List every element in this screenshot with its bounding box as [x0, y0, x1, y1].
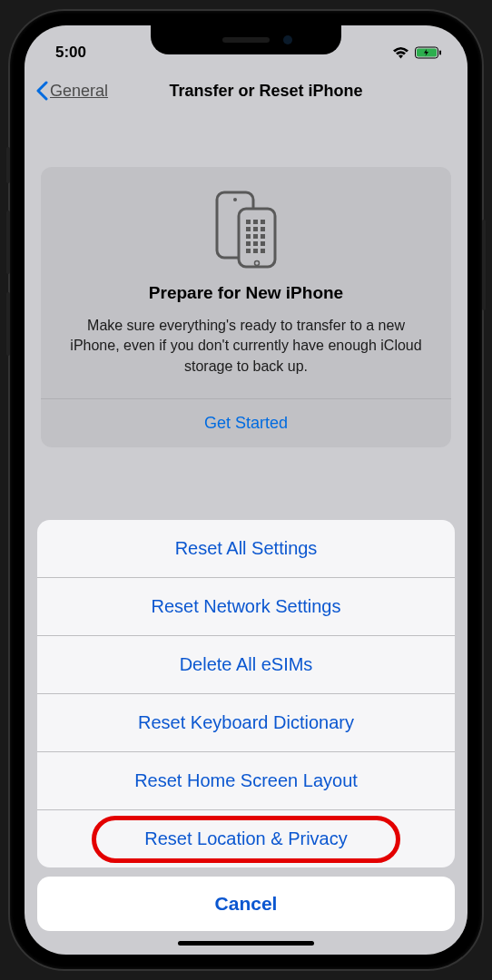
iphone-frame: 5:00 Gener	[10, 11, 482, 969]
reset-home-screen-layout-button[interactable]: Reset Home Screen Layout	[37, 752, 455, 810]
front-camera	[283, 35, 292, 44]
reset-location-privacy-button[interactable]: Reset Location & Privacy	[37, 810, 455, 867]
speaker	[222, 37, 270, 43]
action-sheet-options: Reset All Settings Reset Network Setting…	[37, 520, 455, 867]
home-indicator[interactable]	[178, 941, 314, 946]
screen: 5:00 Gener	[25, 25, 467, 955]
delete-all-esims-button[interactable]: Delete All eSIMs	[37, 636, 455, 694]
reset-all-settings-button[interactable]: Reset All Settings	[37, 520, 455, 578]
cancel-button[interactable]: Cancel	[37, 877, 455, 931]
power-button	[482, 220, 486, 310]
reset-keyboard-dictionary-button[interactable]: Reset Keyboard Dictionary	[37, 694, 455, 752]
annotation-highlight	[92, 816, 400, 863]
volume-down-button	[6, 292, 10, 356]
mute-switch	[6, 147, 10, 183]
reset-action-sheet: Reset All Settings Reset Network Setting…	[37, 520, 455, 931]
reset-network-settings-button[interactable]: Reset Network Settings	[37, 578, 455, 636]
volume-up-button	[6, 211, 10, 274]
notch	[151, 25, 341, 54]
